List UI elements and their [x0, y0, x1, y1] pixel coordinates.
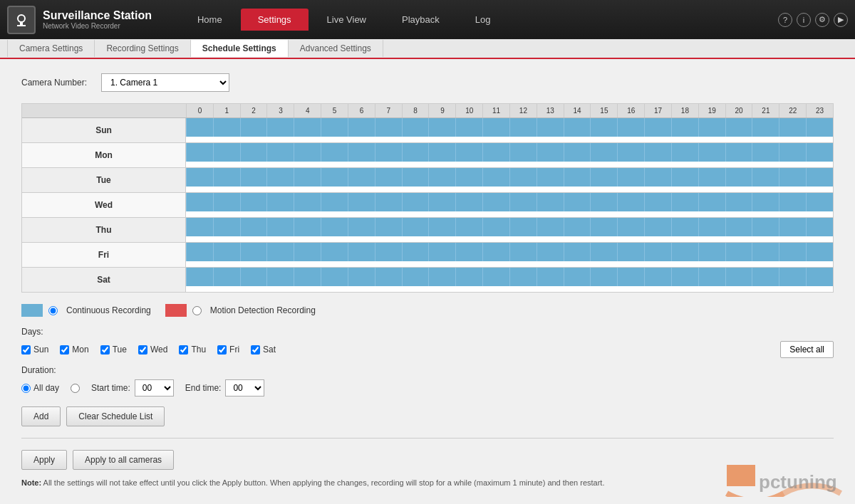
grid-cell-tue-20[interactable]: [725, 168, 752, 187]
apply-all-button[interactable]: Apply to all cameras: [73, 450, 174, 470]
grid-cell-sat-22[interactable]: [779, 268, 806, 286]
grid-cell-sat-0[interactable]: [186, 268, 213, 286]
grid-cell-mon-18[interactable]: [671, 143, 698, 162]
grid-cell-tue-5[interactable]: [321, 168, 348, 187]
grid-cell-sat-21[interactable]: [752, 268, 779, 286]
grid-cell-sun-20[interactable]: [725, 118, 752, 137]
grid-cell-wed-8[interactable]: [402, 193, 429, 211]
grid-cell-mon-13[interactable]: [537, 143, 564, 162]
grid-cell-sun-10[interactable]: [455, 118, 482, 137]
grid-cell-tue-14[interactable]: [564, 168, 591, 187]
motion-radio[interactable]: [192, 306, 202, 315]
grid-cell-wed-16[interactable]: [617, 193, 644, 211]
grid-cell-fri-8[interactable]: [402, 243, 429, 261]
grid-cell-sun-15[interactable]: [590, 118, 617, 137]
grid-cell-sun-19[interactable]: [698, 118, 725, 137]
grid-cell-wed-0[interactable]: [186, 193, 213, 211]
day-mon-checkbox[interactable]: [60, 345, 69, 355]
grid-cell-thu-5[interactable]: [321, 218, 348, 236]
grid-cell-mon-2[interactable]: [240, 143, 267, 162]
grid-cell-wed-15[interactable]: [590, 193, 617, 211]
grid-cell-sun-22[interactable]: [779, 118, 806, 137]
grid-cell-wed-18[interactable]: [671, 193, 698, 211]
grid-cell-mon-12[interactable]: [509, 143, 537, 162]
grid-cell-sat-9[interactable]: [428, 268, 455, 286]
grid-cell-tue-13[interactable]: [537, 168, 564, 187]
grid-cell-wed-9[interactable]: [428, 193, 455, 211]
grid-cell-sun-17[interactable]: [644, 118, 671, 137]
grid-cell-thu-20[interactable]: [725, 218, 752, 236]
help-icon[interactable]: ?: [778, 13, 792, 27]
grid-cell-sun-4[interactable]: [294, 118, 321, 137]
grid-cell-mon-4[interactable]: [294, 143, 321, 162]
grid-cell-wed-7[interactable]: [375, 193, 402, 211]
apply-button[interactable]: Apply: [21, 450, 67, 470]
grid-cell-thu-19[interactable]: [698, 218, 725, 236]
settings-icon[interactable]: ⚙: [815, 13, 829, 27]
day-wed-checkbox[interactable]: [138, 345, 147, 355]
grid-cell-sat-16[interactable]: [617, 268, 644, 286]
grid-cell-mon-15[interactable]: [590, 143, 617, 162]
grid-cell-sun-16[interactable]: [617, 118, 644, 137]
grid-cell-sun-21[interactable]: [752, 118, 779, 137]
grid-cell-sun-11[interactable]: [482, 118, 509, 137]
grid-cell-wed-13[interactable]: [537, 193, 564, 211]
subnav-schedule-settings[interactable]: Schedule Settings: [191, 40, 289, 57]
grid-cell-mon-3[interactable]: [266, 143, 294, 162]
grid-cell-wed-14[interactable]: [564, 193, 591, 211]
grid-cell-wed-6[interactable]: [348, 193, 375, 211]
grid-cell-sun-2[interactable]: [240, 118, 267, 137]
grid-cell-fri-16[interactable]: [617, 243, 644, 261]
grid-cell-thu-21[interactable]: [752, 218, 779, 236]
grid-cell-sat-8[interactable]: [402, 268, 429, 286]
grid-cell-sat-7[interactable]: [375, 268, 402, 286]
day-sat-checkbox[interactable]: [251, 345, 260, 355]
grid-cell-tue-18[interactable]: [671, 168, 698, 187]
grid-cell-thu-17[interactable]: [644, 218, 671, 236]
grid-cell-fri-15[interactable]: [590, 243, 617, 261]
grid-cell-thu-11[interactable]: [482, 218, 509, 236]
grid-cell-fri-13[interactable]: [537, 243, 564, 261]
day-sun-checkbox[interactable]: [21, 345, 31, 355]
grid-cell-sun-18[interactable]: [671, 118, 698, 137]
grid-cell-tue-11[interactable]: [482, 168, 509, 187]
grid-cell-wed-4[interactable]: [294, 193, 321, 211]
grid-cell-mon-1[interactable]: [213, 143, 240, 162]
grid-cell-fri-2[interactable]: [240, 243, 267, 261]
grid-cell-fri-11[interactable]: [482, 243, 509, 261]
subnav-recording-settings[interactable]: Recording Settings: [95, 40, 190, 57]
grid-cell-mon-19[interactable]: [698, 143, 725, 162]
grid-cell-mon-11[interactable]: [482, 143, 509, 162]
end-time-select[interactable]: 00010203 04050607 08091011 12131415 1617…: [225, 379, 264, 397]
grid-cell-mon-10[interactable]: [455, 143, 482, 162]
grid-cell-fri-17[interactable]: [644, 243, 671, 261]
grid-cell-sun-6[interactable]: [348, 118, 375, 137]
grid-cell-fri-20[interactable]: [725, 243, 752, 261]
grid-cell-tue-6[interactable]: [348, 168, 375, 187]
play-icon[interactable]: ▶: [834, 13, 848, 27]
grid-cell-thu-12[interactable]: [509, 218, 537, 236]
grid-cell-wed-23[interactable]: [806, 193, 833, 211]
grid-cell-tue-12[interactable]: [509, 168, 537, 187]
grid-cell-mon-21[interactable]: [752, 143, 779, 162]
grid-cell-fri-9[interactable]: [428, 243, 455, 261]
grid-cell-fri-7[interactable]: [375, 243, 402, 261]
grid-cell-thu-2[interactable]: [240, 218, 267, 236]
grid-cell-sat-4[interactable]: [294, 268, 321, 286]
grid-cell-sat-11[interactable]: [482, 268, 509, 286]
start-time-select[interactable]: 00010203 04050607 08091011 12131415 1617…: [135, 379, 174, 397]
grid-cell-thu-13[interactable]: [537, 218, 564, 236]
custom-radio[interactable]: [71, 384, 80, 393]
grid-cell-thu-15[interactable]: [590, 218, 617, 236]
grid-cell-wed-2[interactable]: [240, 193, 267, 211]
grid-cell-tue-8[interactable]: [402, 168, 429, 187]
grid-cell-thu-18[interactable]: [671, 218, 698, 236]
grid-cell-fri-21[interactable]: [752, 243, 779, 261]
grid-cell-fri-12[interactable]: [509, 243, 537, 261]
grid-cell-sat-2[interactable]: [240, 268, 267, 286]
grid-cell-sat-19[interactable]: [698, 268, 725, 286]
grid-cell-sun-13[interactable]: [537, 118, 564, 137]
grid-cell-sat-20[interactable]: [725, 268, 752, 286]
grid-cell-tue-3[interactable]: [266, 168, 294, 187]
day-fri-checkbox[interactable]: [217, 345, 227, 355]
